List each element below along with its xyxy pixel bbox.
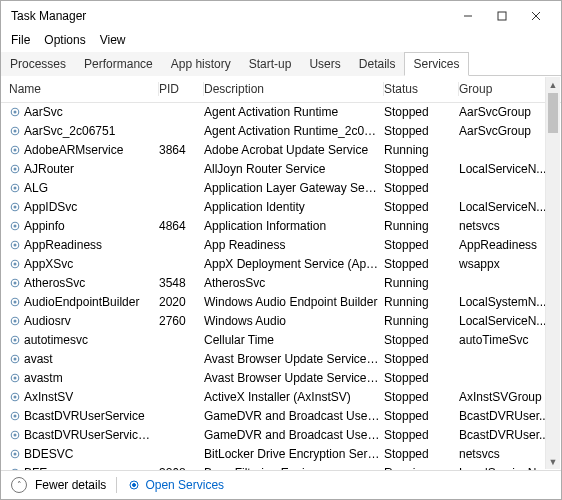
- menu-view[interactable]: View: [100, 33, 126, 47]
- maximize-button[interactable]: [485, 2, 519, 30]
- service-pid: [159, 123, 204, 140]
- service-name: avastm: [9, 370, 159, 387]
- service-pid: 3548: [159, 275, 204, 292]
- svg-point-17: [14, 225, 17, 228]
- service-name: autotimesvc: [9, 332, 159, 349]
- service-description: App Readiness: [204, 237, 384, 254]
- service-status: Stopped: [384, 389, 459, 406]
- titlebar: Task Manager: [1, 1, 561, 31]
- service-name: BcastDVRUserService_2c067...: [9, 427, 159, 444]
- service-description: AtherosSvc: [204, 275, 384, 292]
- service-description: ActiveX Installer (AxInstSV): [204, 389, 384, 406]
- service-pid: [159, 389, 204, 406]
- service-status: Stopped: [384, 180, 459, 197]
- service-status: Running: [384, 218, 459, 235]
- chevron-up-icon[interactable]: ˄: [11, 477, 27, 493]
- open-services-link[interactable]: Open Services: [127, 478, 224, 492]
- service-status: Stopped: [384, 427, 459, 444]
- tab-app-history[interactable]: App history: [162, 52, 240, 76]
- tab-strip: ProcessesPerformanceApp historyStart-upU…: [1, 51, 561, 76]
- service-description: Windows Audio: [204, 313, 384, 330]
- table-row[interactable]: autotimesvcCellular TimeStoppedautoTimeS…: [1, 331, 561, 350]
- vertical-scrollbar[interactable]: ▲ ▼: [545, 77, 560, 469]
- svg-rect-1: [498, 12, 506, 20]
- service-pid: [159, 427, 204, 444]
- service-status: Running: [384, 465, 459, 470]
- service-pid: [159, 161, 204, 178]
- service-name: AxInstSV: [9, 389, 159, 406]
- column-name[interactable]: Name: [9, 82, 159, 96]
- service-description: AppX Deployment Service (AppXSVC): [204, 256, 384, 273]
- service-name: AppXSvc: [9, 256, 159, 273]
- table-row[interactable]: AppXSvcAppX Deployment Service (AppXSVC)…: [1, 255, 561, 274]
- table-row[interactable]: BFE3268Base Filtering EngineRunningLocal…: [1, 464, 561, 470]
- table-row[interactable]: BcastDVRUserServiceGameDVR and Broadcast…: [1, 407, 561, 426]
- svg-point-39: [14, 434, 17, 437]
- svg-point-37: [14, 415, 17, 418]
- close-button[interactable]: [519, 2, 553, 30]
- service-name: BcastDVRUserService: [9, 408, 159, 425]
- table-row[interactable]: ALGApplication Layer Gateway ServiceStop…: [1, 179, 561, 198]
- svg-point-5: [14, 111, 17, 114]
- window-title: Task Manager: [9, 9, 451, 23]
- service-description: GameDVR and Broadcast User Service: [204, 408, 384, 425]
- service-pid: [159, 370, 204, 387]
- tab-processes[interactable]: Processes: [1, 52, 75, 76]
- scroll-down-icon[interactable]: ▼: [546, 454, 560, 469]
- table-row[interactable]: AarSvc_2c06751Agent Activation Runtime_2…: [1, 122, 561, 141]
- column-status[interactable]: Status: [384, 82, 459, 96]
- service-status: Running: [384, 275, 459, 292]
- service-name: Appinfo: [9, 218, 159, 235]
- table-header: Name PID Description Status Group: [1, 76, 561, 103]
- table-row[interactable]: AudioEndpointBuilder2020Windows Audio En…: [1, 293, 561, 312]
- menu-options[interactable]: Options: [44, 33, 85, 47]
- service-name: AJRouter: [9, 161, 159, 178]
- tab-services[interactable]: Services: [404, 52, 468, 76]
- table-row[interactable]: Appinfo4864Application InformationRunnin…: [1, 217, 561, 236]
- service-pid: [159, 199, 204, 216]
- svg-point-31: [14, 358, 17, 361]
- svg-point-29: [14, 339, 17, 342]
- fewer-details-link[interactable]: Fewer details: [35, 478, 106, 492]
- open-services-label: Open Services: [145, 478, 224, 492]
- table-row[interactable]: AarSvcAgent Activation RuntimeStoppedAar…: [1, 103, 561, 122]
- tab-performance[interactable]: Performance: [75, 52, 162, 76]
- scroll-thumb[interactable]: [548, 93, 558, 133]
- table-row[interactable]: AJRouterAllJoyn Router ServiceStoppedLoc…: [1, 160, 561, 179]
- service-description: Agent Activation Runtime: [204, 104, 384, 121]
- column-pid[interactable]: PID: [159, 82, 204, 96]
- svg-point-42: [11, 469, 19, 470]
- table-row[interactable]: AdobeARMservice3864Adobe Acrobat Update …: [1, 141, 561, 160]
- tab-details[interactable]: Details: [350, 52, 405, 76]
- svg-point-33: [14, 377, 17, 380]
- service-status: Stopped: [384, 408, 459, 425]
- service-status: Running: [384, 142, 459, 159]
- service-status: Stopped: [384, 256, 459, 273]
- service-description: Avast Browser Update Service (avast...: [204, 370, 384, 387]
- menu-file[interactable]: File: [11, 33, 30, 47]
- service-status: Stopped: [384, 104, 459, 121]
- service-pid: 4864: [159, 218, 204, 235]
- table-row[interactable]: BcastDVRUserService_2c067...GameDVR and …: [1, 426, 561, 445]
- scroll-up-icon[interactable]: ▲: [546, 77, 560, 92]
- table-row[interactable]: Audiosrv2760Windows AudioRunningLocalSer…: [1, 312, 561, 331]
- table-row[interactable]: AxInstSVActiveX Installer (AxInstSV)Stop…: [1, 388, 561, 407]
- minimize-button[interactable]: [451, 2, 485, 30]
- table-row[interactable]: AtherosSvc3548AtherosSvcRunning: [1, 274, 561, 293]
- tab-start-up[interactable]: Start-up: [240, 52, 301, 76]
- service-description: Avast Browser Update Service (avast): [204, 351, 384, 368]
- service-name: Audiosrv: [9, 313, 159, 330]
- table-row[interactable]: AppIDSvcApplication IdentityStoppedLocal…: [1, 198, 561, 217]
- svg-point-21: [14, 263, 17, 266]
- service-name: AdobeARMservice: [9, 142, 159, 159]
- table-row[interactable]: avastAvast Browser Update Service (avast…: [1, 350, 561, 369]
- table-row[interactable]: AppReadinessApp ReadinessStoppedAppReadi…: [1, 236, 561, 255]
- table-row[interactable]: BDESVCBitLocker Drive Encryption Service…: [1, 445, 561, 464]
- table-row[interactable]: avastmAvast Browser Update Service (avas…: [1, 369, 561, 388]
- gear-icon: [127, 478, 141, 492]
- service-description: Application Identity: [204, 199, 384, 216]
- tab-users[interactable]: Users: [300, 52, 349, 76]
- column-description[interactable]: Description: [204, 82, 384, 96]
- svg-point-13: [14, 187, 17, 190]
- service-description: Cellular Time: [204, 332, 384, 349]
